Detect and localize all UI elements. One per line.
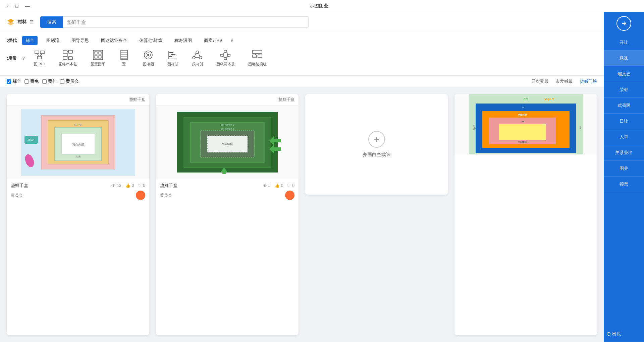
svg-line-43	[225, 52, 229, 54]
search-bar: 搜索	[40, 16, 309, 28]
svg-rect-29	[169, 52, 173, 53]
type-net2[interactable]: 图级网本基	[213, 48, 238, 69]
category-expand-icon[interactable]: ∨	[230, 38, 233, 43]
uml-icon	[34, 50, 45, 60]
search-input[interactable]	[63, 16, 309, 28]
checkbox-vip-input[interactable]	[42, 79, 47, 84]
sidebar-item-enterprise[interactable]: 关系业出	[604, 145, 644, 161]
checkbox-vip[interactable]: 费仕	[42, 78, 57, 84]
sort-right: 乃次受最 市发喊最 贷喊门峡	[531, 78, 597, 84]
sidebar-item-download[interactable]: 载诛	[604, 51, 644, 66]
card-header-title-1: 垫鮮千盒	[129, 97, 145, 102]
sidebar-item-logout[interactable]: ⊖ 出账	[604, 326, 644, 342]
card-footer-top-2: 垫鮮千盒 👁 5 👍 0 ♡	[160, 183, 294, 189]
type-circle[interactable]: 图汛圆	[140, 48, 157, 69]
template-card-4[interactable]: qot yspnof qot yspnof qot	[454, 94, 597, 335]
svg-text:qot: qot	[524, 97, 528, 101]
card-stats-2: 👁 5 👍 0 ♡ 0	[263, 183, 294, 188]
checkbox-all-input[interactable]	[7, 79, 11, 84]
svg-text:出来: 出来	[75, 155, 81, 158]
category-label: :类代	[7, 38, 17, 44]
stat-likes-1: 👍 0	[125, 183, 134, 188]
template-card-2[interactable]: 垫鮮千盒 中间区域	[156, 94, 299, 335]
svg-text:qot: qot	[521, 120, 525, 123]
checkbox-free-input[interactable]	[24, 79, 29, 84]
filter-project[interactable]: 图达达业务企	[98, 36, 130, 45]
svg-line-45	[225, 56, 229, 58]
svg-text:顶点内部: 顶点内部	[72, 143, 84, 146]
sidebar-item-recent[interactable]: 荣邻	[604, 82, 644, 98]
type-struct[interactable]: 图络架构组	[245, 48, 270, 69]
card-tag-2: 费员会	[160, 193, 172, 198]
filter-ppt[interactable]: 商卖\TP9	[201, 36, 225, 45]
stat-views-2: 👁 5	[263, 183, 271, 188]
svg-rect-38	[224, 50, 227, 52]
filter-mind[interactable]: 图导导思	[68, 36, 92, 45]
filter-chart[interactable]: 称寿汲图	[171, 36, 195, 45]
card-footer-2: 垫鮮千盒 👁 5 👍 0 ♡	[156, 179, 299, 203]
checkbox-member[interactable]: 费员会	[60, 78, 79, 84]
logo-text: 村料	[17, 19, 27, 25]
svg-text:中间区域: 中间区域	[222, 143, 233, 146]
sort-left: 鲧全 费免 费仕 费员会	[7, 78, 79, 84]
create-card[interactable]: + 亦画白空载诛	[305, 94, 448, 195]
filter-all[interactable]: 鲧全	[22, 36, 38, 45]
uml-label: 图JMU	[34, 62, 45, 67]
card-footer-top-1: 垫鮮千盒 👁 13 👍 0 ♡	[11, 183, 145, 189]
gantt-icon	[167, 50, 178, 60]
sidebar-item-open[interactable]: 开让	[604, 35, 644, 51]
filter-flow[interactable]: 图鲧流	[43, 36, 63, 45]
basic-net-icon	[62, 50, 73, 60]
rack-label: 置	[122, 62, 126, 67]
arrow-button[interactable]	[616, 16, 631, 31]
sidebar-item-personal[interactable]: 式苟民	[604, 98, 644, 114]
svg-rect-41	[224, 58, 227, 60]
svg-rect-16	[99, 52, 101, 54]
sidebar-item-person[interactable]: 人旱	[604, 129, 644, 145]
checkbox-member-input[interactable]	[60, 79, 64, 84]
svg-rect-18	[99, 56, 101, 58]
svg-rect-3	[40, 51, 44, 54]
search-button[interactable]: 搜索	[40, 16, 63, 28]
type-gantt[interactable]: 图杆甘	[164, 48, 182, 69]
card-preview-2: 中间区域 get margin 3 get margin 2	[156, 106, 299, 179]
close-button[interactable]: ×	[4, 3, 11, 9]
likes-count-2: 0	[281, 183, 283, 188]
sidebar-item-share[interactable]: 日让	[604, 114, 644, 129]
svg-rect-46	[253, 50, 262, 54]
svg-rect-30	[171, 54, 175, 55]
svg-rect-48	[258, 55, 262, 57]
heart-icon-1: ♡	[138, 183, 142, 188]
restore-button[interactable]: □	[13, 3, 20, 9]
checkbox-free[interactable]: 费免	[24, 78, 39, 84]
minus-circle-icon: ⊖	[606, 331, 611, 337]
card-avatar-1	[136, 191, 145, 200]
sort-latest[interactable]: 市发喊最	[555, 78, 573, 84]
svg-text:yspnof: yspnof	[544, 97, 555, 101]
floor-label: 图置面平	[91, 62, 105, 67]
type-basic-net[interactable]: 图络串本基	[55, 48, 80, 69]
sidebar-item-cloud[interactable]: 端文云	[604, 66, 644, 82]
type-rack[interactable]: 置	[115, 48, 133, 69]
usage-expand-icon[interactable]: ∨	[22, 56, 25, 61]
sort-popular[interactable]: 贷喊门峡	[580, 78, 597, 84]
app-title: 示图图业	[310, 3, 328, 9]
checkbox-all[interactable]: 鲧全	[7, 78, 21, 84]
thumb-icon-2: 👍	[275, 183, 280, 188]
stat-favs-1: ♡ 0	[138, 183, 145, 188]
template-card-1[interactable]: 垫鮮千盒 顶点内部 鸟向识 出来	[7, 94, 149, 335]
doc-icon[interactable]: ≡	[30, 18, 34, 26]
views-count-1: 13	[117, 183, 121, 188]
svg-point-32	[196, 51, 199, 54]
sort-views[interactable]: 乃次受最	[531, 78, 549, 84]
type-directed[interactable]: 戊向创	[189, 48, 206, 69]
filter-network[interactable]: 休算七\针炫	[136, 36, 166, 45]
type-uml[interactable]: 图JMU	[31, 48, 49, 69]
category-filter-row: :类代 鲧全 图鲧流 图导导思 图达达业务企 休算七\针炫 称寿汲图 商卖\TP…	[7, 36, 597, 45]
stat-likes-2: 👍 0	[275, 183, 283, 188]
minimize-button[interactable]: —	[23, 3, 32, 9]
sidebar-item-related[interactable]: 图关	[604, 161, 644, 177]
type-floor[interactable]: 图置面平	[87, 48, 109, 69]
sidebar-item-recycle[interactable]: 顿悤	[604, 177, 644, 192]
svg-text:鸟向识: 鸟向识	[74, 123, 82, 126]
